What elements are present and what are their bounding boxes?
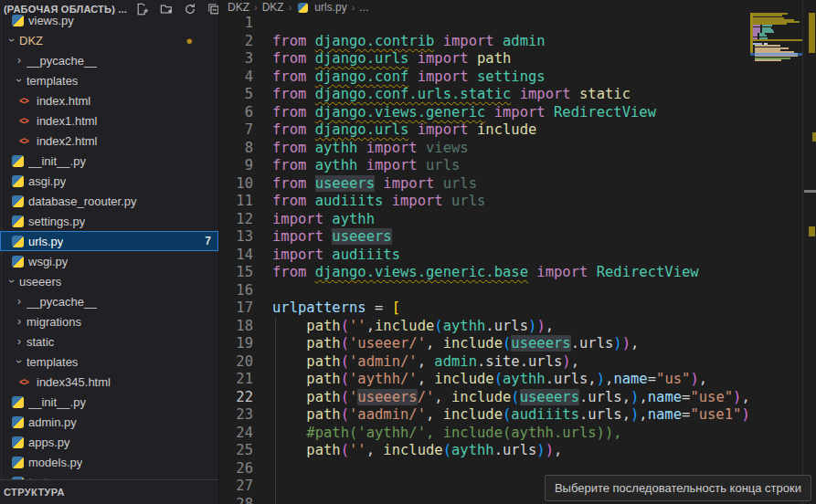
code-line-21[interactable]: 21 path('aythh/', include(aythh.urls,),n… <box>220 371 750 389</box>
code-line-23[interactable]: 23 path('aadmin/', include(audiiits.urls… <box>220 406 750 425</box>
code-line-10[interactable]: 10from useeers import urls <box>220 175 750 194</box>
minimap-warning-strip <box>750 13 753 53</box>
tree-item-label: database_roouter.py <box>28 194 137 208</box>
tree-item-migrations[interactable]: ›migrations <box>0 311 218 331</box>
code-line-9[interactable]: 9from aythh import urls <box>220 157 750 175</box>
python-file-icon <box>12 195 24 207</box>
tree-item-label: __pycache__ <box>26 295 97 309</box>
token <box>306 193 314 209</box>
tree-item-wsgi-py[interactable]: wsgi.py <box>0 251 218 271</box>
tree-item-static[interactable]: ›static <box>0 331 218 352</box>
code-line-4[interactable]: 4from django.conf import settings <box>220 68 750 87</box>
token: from <box>272 121 306 138</box>
tree-item--pycache-[interactable]: ›__pycache__ <box>0 291 218 311</box>
code-line-7[interactable]: 7from django.urls import include <box>220 121 750 140</box>
line-number: 9 <box>220 157 253 175</box>
token: include <box>451 389 511 405</box>
chevron-right-icon: › <box>12 335 26 348</box>
code-line-22[interactable]: 22 path('useeers/', include(useeers.urls… <box>220 389 750 407</box>
token: = <box>682 406 690 423</box>
chevron-right-icon: › <box>254 2 258 13</box>
tree-item-useeers[interactable]: ›useeers <box>0 271 218 291</box>
tree-item-admin-py[interactable]: admin.py <box>0 412 218 432</box>
token <box>375 175 383 192</box>
code-line-14[interactable]: 14import audiiits <box>220 247 750 265</box>
outline-section-header[interactable]: СТРУКТУРА <box>0 479 218 504</box>
tree-item--init-py[interactable]: __init__.py <box>0 392 218 412</box>
overview-ruler[interactable] <box>802 0 816 504</box>
code-line-19[interactable]: 19 path('useeer/', include(useeers.urls)… <box>220 335 750 353</box>
tree-item--pycache-[interactable]: ›__pycache__ <box>0 50 218 70</box>
token: name <box>648 389 682 405</box>
tree-item-dkz[interactable]: ›DKZ● <box>0 30 218 50</box>
breadcrumb-item-symbol[interactable]: ... <box>359 1 368 14</box>
token: ( <box>341 371 349 387</box>
tree-item-apps-py[interactable]: apps.py <box>0 432 218 452</box>
token: admin <box>503 33 546 49</box>
code-line-5[interactable]: 5from django.conf.urls.static import sta… <box>220 86 750 104</box>
minimap[interactable] <box>750 0 803 504</box>
tree-item-urls-py[interactable]: urls.py7 <box>0 231 218 251</box>
token: import <box>272 228 323 245</box>
code-line-11[interactable]: 11from audiiits import urls <box>220 193 750 211</box>
tree-item-models-py[interactable]: models.py <box>0 452 218 472</box>
code-line-16[interactable]: 16 <box>220 282 750 300</box>
token <box>306 50 314 67</box>
tree-item--init-py[interactable]: __init__.py <box>0 151 218 171</box>
token: ) <box>690 371 698 387</box>
line-number: 17 <box>220 299 253 318</box>
token: ) <box>622 335 631 352</box>
tree-item-templates[interactable]: ›templates <box>0 70 218 90</box>
line-text: from django.conf import settings <box>272 68 546 87</box>
tree-item-label: templates <box>26 355 78 369</box>
token: import <box>383 175 434 192</box>
tree-item-database-roouter-py[interactable]: database_roouter.py <box>0 191 218 211</box>
code-line-6[interactable]: 6from django.views.generic import Redire… <box>220 104 750 122</box>
tree-item-label: templates <box>26 74 78 88</box>
code-line-3[interactable]: 3from django.urls import path <box>220 50 750 68</box>
code-line-15[interactable]: 15from django.views.generic.base import … <box>220 264 750 282</box>
line-text: from useeers import urls <box>272 175 477 194</box>
token: ( <box>503 406 511 423</box>
code-line-2[interactable]: 2from django.contrib import admin <box>220 33 750 51</box>
token <box>469 121 477 138</box>
tree-item-index345-html[interactable]: index345.html <box>0 372 218 392</box>
token: , <box>546 318 554 334</box>
code-line-8[interactable]: 8from aythh import views <box>220 140 750 158</box>
tree-item-views-py[interactable]: views.py <box>0 10 218 30</box>
chevron-down-icon: › <box>5 275 19 288</box>
token: urls <box>451 193 485 209</box>
tree-item-index1-html[interactable]: index1.html <box>0 110 218 131</box>
code-line-17[interactable]: 17urlpatterns = [ <box>220 299 750 318</box>
token: static <box>579 86 631 102</box>
eol-tooltip: Выберите последовательность конца строки <box>545 475 811 501</box>
token <box>408 68 417 85</box>
tree-item-asgi-py[interactable]: asgi.py <box>0 171 218 191</box>
code-line-13[interactable]: 13import useeers <box>220 228 750 247</box>
code-line-25[interactable]: 25 path('', include(aythh.urls)), <box>220 442 750 460</box>
python-file-icon <box>12 215 24 227</box>
code-line-12[interactable]: 12import aythh <box>220 211 750 229</box>
code-area[interactable]: 12from django.contrib import admin3from … <box>220 15 750 504</box>
code-line-18[interactable]: 18 path('',include(aythh.urls)), <box>220 318 750 336</box>
breadcrumb-item-folder[interactable]: DKZ <box>228 1 249 14</box>
tree-item-index-html[interactable]: index.html <box>0 90 218 110</box>
indent-guide <box>275 478 276 496</box>
token: import <box>272 211 323 227</box>
tree-item-index2-html[interactable]: index2.html <box>0 131 218 151</box>
chevron-down-icon: › <box>12 355 26 368</box>
line-text: from django.conf.urls.static import stat… <box>272 86 631 104</box>
code-line-20[interactable]: 20 path('admin/', admin.site.urls), <box>220 353 750 372</box>
token: import <box>418 121 469 138</box>
code-line-24[interactable]: 24 #path('aythh/', include(aythh.urls)), <box>220 425 750 443</box>
breadcrumb-item-file[interactable]: urls.py <box>314 1 346 14</box>
token: from <box>272 68 306 85</box>
token: urls <box>426 157 460 173</box>
token: , <box>418 371 435 387</box>
code-line-1[interactable]: 1 <box>220 15 750 33</box>
tree-item-templates[interactable]: ›templates <box>0 352 218 372</box>
token: path <box>306 318 340 334</box>
token: [ <box>392 299 400 316</box>
tree-item-settings-py[interactable]: settings.py <box>0 211 218 231</box>
breadcrumb-item-folder[interactable]: DKZ <box>262 1 284 14</box>
